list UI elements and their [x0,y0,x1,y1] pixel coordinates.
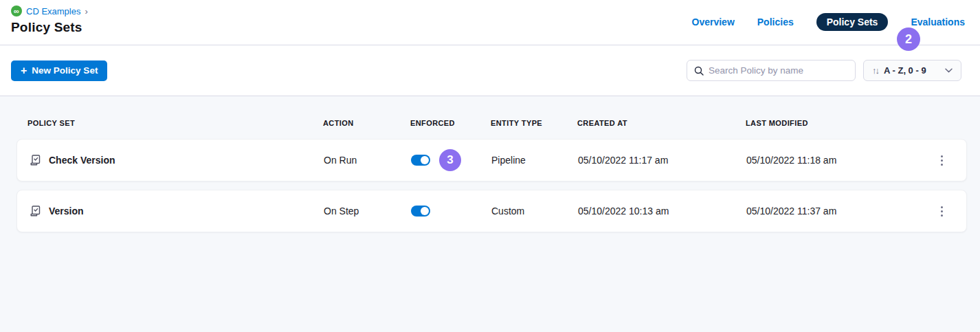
top-nav: Overview Policies Policy Sets Evaluation… [692,13,965,31]
policy-set-name: Version [49,206,84,217]
tutorial-step-badge-2: 2 [897,27,920,51]
created-at-cell: 05/10/2022 11:17 am [578,155,746,166]
cd-module-icon: ∞ [11,5,22,16]
new-policy-set-button-label: New Policy Set [32,65,98,76]
policy-set-name-cell: Check Version [28,153,324,167]
sort-dropdown-value: A - Z, 0 - 9 [884,65,939,76]
last-modified-cell: 05/10/2022 11:37 am [746,206,928,217]
enforced-cell [411,206,491,217]
action-cell: On Step [324,206,411,217]
col-header-policy-set: Policy Set [27,119,323,127]
search-input[interactable] [709,65,848,76]
breadcrumb: ∞ CD Examples › [11,5,88,16]
tutorial-step-badge-3: 3 [439,149,461,171]
breadcrumb-project-link[interactable]: CD Examples [26,6,80,16]
tab-policies[interactable]: Policies [757,16,794,27]
chevron-right-icon: › [85,6,87,16]
last-modified-cell: 05/10/2022 11:18 am [746,155,928,166]
table-header-row: Policy Set Action Enforced Entity Type C… [16,96,967,139]
col-header-created-at: Created At [577,119,746,127]
page-title: Policy Sets [11,20,88,35]
tab-evaluations[interactable]: Evaluations [911,16,965,27]
policy-set-icon [28,204,42,218]
col-header-enforced: Enforced [410,119,491,127]
tab-policy-sets[interactable]: Policy Sets [816,13,889,31]
search-box [687,60,856,81]
search-icon [694,66,704,76]
policy-set-name: Check Version [49,155,115,166]
toolbar: + New Policy Set ↑↓ A - Z, 0 - 9 [0,45,980,96]
action-cell: On Run [324,155,411,166]
kebab-menu-icon[interactable] [937,202,947,221]
sort-dropdown[interactable]: ↑↓ A - Z, 0 - 9 [863,60,961,81]
toolbar-right: ↑↓ A - Z, 0 - 9 [687,60,961,81]
entity-type-cell: Pipeline [491,155,578,166]
col-header-last-modified: Last Modified [746,119,928,127]
policy-set-icon [28,153,42,167]
table-row[interactable]: Check Version On Run 3 Pipeline 05/10/20… [16,139,967,181]
header-left: ∞ CD Examples › Policy Sets [11,5,88,35]
plus-icon: + [21,65,27,76]
created-at-cell: 05/10/2022 10:13 am [578,206,746,217]
enforced-cell: 3 [411,149,491,171]
chevron-down-icon [945,68,953,73]
enforced-toggle[interactable] [411,206,430,217]
policy-sets-table: Policy Set Action Enforced Entity Type C… [0,96,980,332]
entity-type-cell: Custom [491,206,578,217]
new-policy-set-button[interactable]: + New Policy Set [11,60,107,81]
kebab-menu-icon[interactable] [937,151,947,170]
col-header-entity-type: Entity Type [491,119,577,127]
tab-overview[interactable]: Overview [692,16,735,27]
sort-arrows-icon: ↑↓ [872,65,878,76]
policy-set-name-cell: Version [28,204,324,218]
table-row[interactable]: Version On Step Custom 05/10/2022 10:13 … [16,190,967,232]
page-header: ∞ CD Examples › Policy Sets Overview Pol… [0,0,980,45]
col-header-action: Action [323,119,410,127]
enforced-toggle[interactable] [411,155,430,166]
